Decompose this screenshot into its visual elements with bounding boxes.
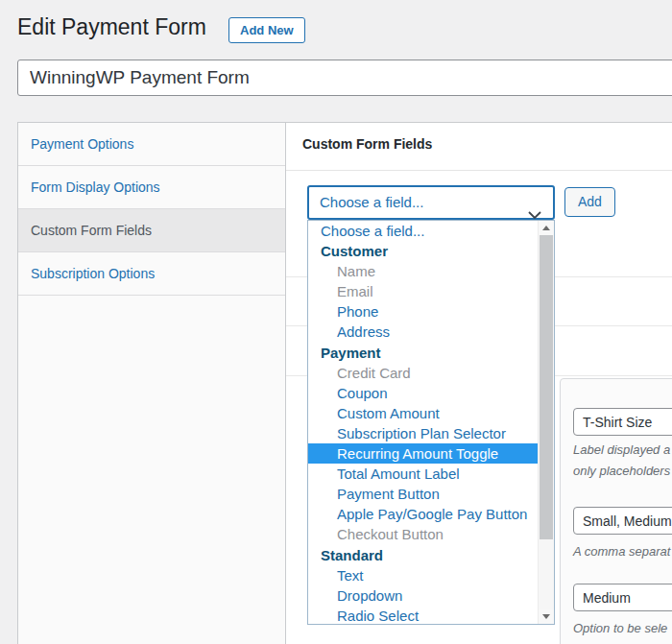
form-title-input[interactable] xyxy=(17,60,672,96)
scrollbar-up-button[interactable] xyxy=(539,221,554,235)
field-default-option-hint: Option to be sele xyxy=(573,618,667,639)
choose-field-select-value: Choose a field... xyxy=(320,194,423,210)
dropdown-option-checkout-button: Checkout Button xyxy=(308,524,538,544)
sidebar-item-subscription-options[interactable]: Subscription Options xyxy=(18,252,285,296)
dropdown-option-customer: Customer xyxy=(308,241,538,261)
dropdown-option-coupon[interactable]: Coupon xyxy=(308,383,538,403)
dropdown-option-custom-amount[interactable]: Custom Amount xyxy=(308,403,538,423)
field-settings-panel: Label displayed aonly placeholdersA comm… xyxy=(560,378,672,644)
field-label-input[interactable] xyxy=(573,408,672,436)
dropdown-option-email: Email xyxy=(308,281,538,301)
sidebar-item-custom-form-fields[interactable]: Custom Form Fields xyxy=(18,209,285,252)
field-default-option-input[interactable] xyxy=(573,584,672,611)
dropdown-option-total-amount-label[interactable]: Total Amount Label xyxy=(308,464,538,484)
sidebar-item-form-display-options[interactable]: Form Display Options xyxy=(18,166,285,209)
dropdown-option-standard: Standard xyxy=(308,545,538,565)
dropdown-option-payment: Payment xyxy=(308,343,538,363)
scrollbar-thumb[interactable] xyxy=(540,235,553,539)
dropdown-scrollbar[interactable] xyxy=(538,221,554,624)
dropdown-option-payment-button[interactable]: Payment Button xyxy=(308,484,538,504)
field-options-input[interactable] xyxy=(573,507,672,535)
dropdown-option-dropdown[interactable]: Dropdown xyxy=(308,585,538,606)
scrollbar-down-icon xyxy=(542,614,550,619)
dropdown-option-address[interactable]: Address xyxy=(308,322,538,342)
dropdown-option-name: Name xyxy=(308,261,538,281)
dropdown-options: Choose a field...CustomerNameEmailPhoneA… xyxy=(308,221,538,624)
dropdown-option-recurring-amount-toggle[interactable]: Recurring Amount Toggle xyxy=(308,443,538,464)
panel-heading: Custom Form Fields xyxy=(302,136,432,152)
custom-form-fields-panel: Custom Form Fields Label displayed aonly… xyxy=(286,122,672,644)
panel-divider xyxy=(286,170,672,171)
dropdown-option-credit-card: Credit Card xyxy=(308,363,538,383)
field-label-hint: only placeholders xyxy=(573,461,670,482)
field-options-hint: A comma separat xyxy=(573,541,670,562)
dropdown-option-subscription-plan-selector[interactable]: Subscription Plan Selector xyxy=(308,423,538,443)
dropdown-option-choose-a-field[interactable]: Choose a field... xyxy=(308,221,538,241)
scrollbar-up-icon xyxy=(542,226,550,230)
add-new-button[interactable]: Add New xyxy=(228,17,305,43)
choose-field-select[interactable]: Choose a field... xyxy=(307,185,555,220)
dropdown-option-phone[interactable]: Phone xyxy=(308,301,538,322)
page-title: Edit Payment Form xyxy=(17,12,206,41)
dropdown-option-apple-pay-google-pay-button[interactable]: Apple Pay/Google Pay Button xyxy=(308,504,538,524)
add-field-button[interactable]: Add xyxy=(564,187,615,217)
choose-field-dropdown-list: Choose a field...CustomerNameEmailPhoneA… xyxy=(307,220,555,625)
sidebar-item-payment-options[interactable]: Payment Options xyxy=(18,123,285,166)
field-label-hint: Label displayed a xyxy=(573,440,670,461)
settings-tabs-sidebar: Payment OptionsForm Display OptionsCusto… xyxy=(17,122,286,644)
dropdown-option-radio-select[interactable]: Radio Select xyxy=(308,606,538,624)
scrollbar-down-button[interactable] xyxy=(539,609,554,624)
dropdown-option-text[interactable]: Text xyxy=(308,565,538,585)
